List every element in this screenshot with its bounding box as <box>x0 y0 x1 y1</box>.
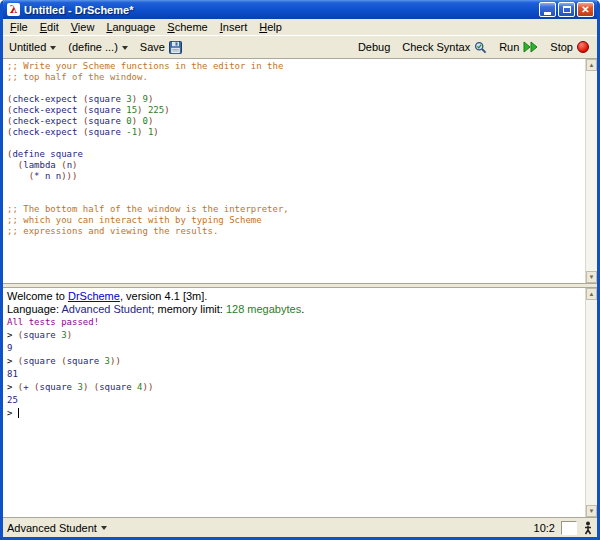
editor-line: (check-expect (square 3) 9) <box>7 94 585 105</box>
editor-line: (check-expect (square -1) 1) <box>7 127 585 138</box>
text-cursor <box>18 408 19 418</box>
filename-dropdown[interactable]: Untitled <box>9 41 56 53</box>
chevron-down-icon <box>50 46 56 50</box>
stop-icon <box>577 41 589 53</box>
editor-line: ;; which you can interact with by typing… <box>7 215 585 226</box>
editor-line: (check-expect (square 0) 0) <box>7 116 585 127</box>
statusbar-right: 10:2 <box>534 521 593 535</box>
interactions-line: Welcome to DrScheme, version 4.1 [3m]. <box>7 290 585 303</box>
language-selector-label: Advanced Student <box>7 522 97 534</box>
toolbar: Untitled (define ...) Save Debug Check S… <box>3 36 597 59</box>
toolbar-right-group: Debug Check Syntax Run Stop <box>358 41 589 54</box>
filename-dropdown-label: Untitled <box>9 41 46 53</box>
maximize-button[interactable] <box>558 2 575 17</box>
editor-line <box>7 138 585 149</box>
editor-line: (define square <box>7 149 585 160</box>
save-button-label: Save <box>140 41 165 53</box>
maximize-icon <box>563 6 571 13</box>
check-syntax-button[interactable]: Check Syntax <box>402 41 487 54</box>
stickman-icon <box>583 521 593 535</box>
gc-indicator <box>561 521 577 535</box>
interactions-line: Language: Advanced Student; memory limit… <box>7 303 585 316</box>
titlebar[interactable]: λ Untitled - DrScheme* ✕ <box>3 0 597 19</box>
save-button[interactable]: Save <box>140 41 182 54</box>
run-arrow-icon <box>523 41 538 53</box>
interactions-line: > (square 3) <box>7 329 585 342</box>
editor-line <box>7 182 585 193</box>
drscheme-link[interactable]: DrScheme <box>68 290 120 302</box>
definitions-pane[interactable]: ;; Write your Scheme functions in the ed… <box>3 59 597 283</box>
editor-line: (check-expect (square 15) 225) <box>7 105 585 116</box>
menu-scheme[interactable]: Scheme <box>161 20 213 34</box>
minimize-icon <box>544 12 551 15</box>
interactions-pane[interactable]: Welcome to DrScheme, version 4.1 [3m].La… <box>3 288 597 517</box>
menubar: File Edit View Language Scheme Insert He… <box>3 19 597 36</box>
menu-file[interactable]: File <box>4 20 34 34</box>
interactions-line: 81 <box>7 368 585 381</box>
window-controls: ✕ <box>539 2 594 17</box>
language-selector[interactable]: Advanced Student <box>7 522 107 534</box>
floppy-save-icon <box>169 41 182 54</box>
editor-line: ;; Write your Scheme functions in the ed… <box>7 61 585 72</box>
stop-button-label: Stop <box>550 41 573 53</box>
editor-line <box>7 193 585 204</box>
definitions-dropdown-label: (define ...) <box>68 41 118 53</box>
cursor-position: 10:2 <box>534 522 555 534</box>
run-button[interactable]: Run <box>499 41 538 53</box>
menu-view[interactable]: View <box>65 20 101 34</box>
menu-edit[interactable]: Edit <box>34 20 65 34</box>
menu-insert[interactable]: Insert <box>214 20 254 34</box>
interactions-line: > <box>7 407 585 420</box>
scroll-up-icon[interactable]: ▲ <box>586 59 597 71</box>
check-syntax-button-label: Check Syntax <box>402 41 470 53</box>
scroll-up-icon[interactable]: ▲ <box>586 288 597 300</box>
run-button-label: Run <box>499 41 519 53</box>
scroll-down-icon[interactable]: ▼ <box>586 505 597 517</box>
interactions-line: > (square (square 3)) <box>7 355 585 368</box>
interactions-text-area[interactable]: Welcome to DrScheme, version 4.1 [3m].La… <box>3 288 585 517</box>
interactions-line: 9 <box>7 342 585 355</box>
editor-scrollbar[interactable]: ▲ ▼ <box>585 59 597 283</box>
window-title: Untitled - DrScheme* <box>24 4 539 16</box>
debug-button[interactable]: Debug <box>358 41 390 53</box>
editor-line <box>7 83 585 94</box>
minimize-button[interactable] <box>539 2 556 17</box>
statusbar: Advanced Student 10:2 <box>3 517 597 537</box>
app-lambda-icon: λ <box>7 3 20 16</box>
definitions-dropdown[interactable]: (define ...) <box>68 41 128 53</box>
interactions-scrollbar[interactable]: ▲ ▼ <box>585 288 597 517</box>
drscheme-window: λ Untitled - DrScheme* ✕ File Edit View … <box>0 0 600 540</box>
debug-button-label: Debug <box>358 41 390 53</box>
interactions-line: > (+ (square 3) (square 4)) <box>7 381 585 394</box>
scroll-down-icon[interactable]: ▼ <box>586 271 597 283</box>
stop-button[interactable]: Stop <box>550 41 589 53</box>
editor-line: (lambda (n) <box>7 160 585 171</box>
editor-line: ;; expressions and viewing the results. <box>7 226 585 237</box>
definitions-text-area[interactable]: ;; Write your Scheme functions in the ed… <box>3 59 585 283</box>
interactions-line: All tests passed! <box>7 316 585 329</box>
chevron-down-icon <box>101 526 107 530</box>
magnifier-icon <box>474 41 487 54</box>
editor-line: ;; top half of the window. <box>7 72 585 83</box>
menu-language[interactable]: Language <box>100 20 161 34</box>
editor-line: (* n n))) <box>7 171 585 182</box>
close-button[interactable]: ✕ <box>577 2 594 17</box>
interactions-line: 25 <box>7 394 585 407</box>
menu-help[interactable]: Help <box>253 20 288 34</box>
editor-line: ;; The bottom half of the window is the … <box>7 204 585 215</box>
chevron-down-icon <box>122 46 128 50</box>
close-icon: ✕ <box>581 5 589 15</box>
